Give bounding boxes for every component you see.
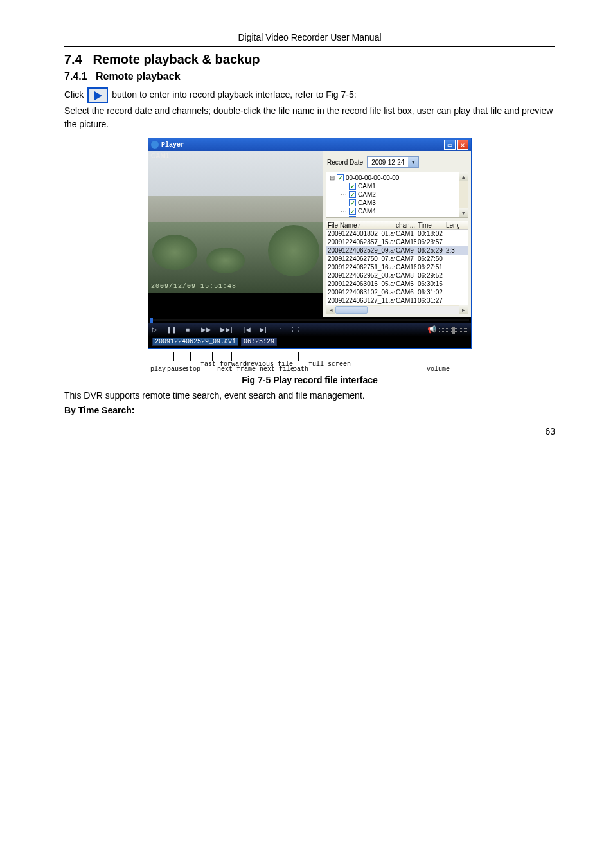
file-row[interactable]: 20091224062952_08.aviCAM806:29:52 bbox=[326, 271, 468, 280]
checkbox-icon[interactable]: ✓ bbox=[349, 191, 356, 198]
next-file-button[interactable]: ▶| bbox=[260, 326, 267, 333]
file-row[interactable]: 20091224062751_16.aviCAM1606:27:51 bbox=[326, 263, 468, 271]
fullscreen-button[interactable]: ⛶ bbox=[292, 326, 299, 333]
cell-filename: 20091224063102_06.avi bbox=[326, 289, 395, 296]
figure-caption: Fig 7-5 Play record file interface bbox=[64, 375, 555, 385]
header-rule bbox=[64, 46, 555, 47]
tree-scrollbar[interactable]: ▴ ▾ bbox=[459, 172, 468, 217]
checkbox-icon[interactable]: ✓ bbox=[349, 183, 356, 190]
scroll-thumb[interactable] bbox=[335, 306, 368, 314]
intro-prefix: Click bbox=[64, 89, 84, 100]
intro-suffix: button to enter into record playback int… bbox=[112, 89, 357, 100]
file-row[interactable]: 20091224062750_07.aviCAM706:27:50 bbox=[326, 255, 468, 263]
anno-pause: pause bbox=[167, 366, 186, 373]
channel-tree[interactable]: ⊟ ✓ 00-00-00-00-00-00 ⋯✓CAM1 ⋯✓CAM2 ⋯✓CA… bbox=[326, 172, 468, 218]
maximize-button[interactable]: ▭ bbox=[444, 140, 456, 150]
scroll-down-icon[interactable]: ▾ bbox=[459, 208, 468, 217]
anno-volume: volume bbox=[427, 366, 450, 373]
control-annotations: play pause stop fast forward next frame … bbox=[148, 352, 472, 374]
play-icon bbox=[94, 91, 102, 100]
tree-cam-label: CAM5 bbox=[358, 216, 376, 218]
section-number: 7.4 bbox=[64, 52, 82, 66]
col-time[interactable]: Time bbox=[416, 222, 445, 229]
cell-channel: CAM6 bbox=[395, 289, 416, 296]
fast-forward-button[interactable]: ▶▶ bbox=[201, 326, 211, 333]
status-file: 20091224062529_09.avi bbox=[152, 338, 238, 346]
cell-filename: 20091224062750_07.avi bbox=[326, 255, 395, 262]
tree-root[interactable]: ⊟ ✓ 00-00-00-00-00-00 bbox=[329, 174, 465, 182]
volume-slider[interactable] bbox=[439, 328, 467, 332]
checkbox-icon[interactable]: ✓ bbox=[349, 216, 356, 218]
tree-root-label: 00-00-00-00-00-00 bbox=[346, 174, 399, 181]
stop-button[interactable]: ■ bbox=[186, 326, 190, 333]
cell-time: 00:18:02 bbox=[416, 230, 445, 237]
cell-time: 06:25:29 bbox=[416, 247, 445, 254]
file-row[interactable]: 20091224001802_01.aviCAM100:18:02 bbox=[326, 230, 468, 238]
checkbox-icon[interactable]: ✓ bbox=[349, 208, 356, 215]
tree-item[interactable]: ⋯✓CAM4 bbox=[329, 207, 465, 215]
next-frame-button[interactable]: ▶▶| bbox=[220, 326, 233, 333]
camera-label: CAM1 bbox=[151, 152, 169, 159]
seek-thumb[interactable] bbox=[150, 318, 153, 323]
file-row[interactable]: 20091224062357_15.aviCAM1506:23:57 bbox=[326, 238, 468, 246]
anno-nextfile: next file bbox=[260, 366, 294, 373]
seek-bar[interactable] bbox=[150, 319, 469, 321]
tree-cam-label: CAM4 bbox=[358, 208, 376, 215]
after-para2: By Time Search: bbox=[64, 404, 555, 417]
tree-item[interactable]: ⋯✓CAM5 bbox=[329, 215, 465, 218]
scroll-up-icon[interactable]: ▴ bbox=[459, 172, 468, 181]
volume-icon[interactable]: 📢 bbox=[427, 325, 436, 334]
pause-button[interactable]: ❚❚ bbox=[166, 326, 177, 333]
tree-item[interactable]: ⋯✓CAM1 bbox=[329, 182, 465, 190]
record-date-value: 2009-12-24 bbox=[368, 159, 408, 166]
cell-filename: 20091224001802_01.avi bbox=[326, 230, 395, 237]
col-length[interactable]: Leng^ bbox=[445, 222, 459, 229]
player-window: Player ▭ ✕ CAM1 2009/12/09 15:51:48 Reco… bbox=[148, 138, 472, 349]
cell-filename: 20091224063127_11.avi bbox=[326, 297, 395, 304]
close-button[interactable]: ✕ bbox=[457, 140, 468, 150]
chevron-down-icon: ▾ bbox=[408, 157, 418, 167]
file-list[interactable]: File Name/ chan... Time Leng^ 2009122400… bbox=[326, 221, 468, 314]
file-row[interactable]: 20091224063127_11.aviCAM1106:31:27 bbox=[326, 296, 468, 305]
cell-filename: 20091224062751_16.avi bbox=[326, 264, 395, 271]
col-channel[interactable]: chan... bbox=[395, 222, 416, 229]
tree-item[interactable]: ⋯✓CAM3 bbox=[329, 199, 465, 207]
collapse-icon[interactable]: ⊟ bbox=[329, 174, 335, 181]
play-button[interactable]: ▷ bbox=[152, 326, 157, 333]
tree-cam-label: CAM3 bbox=[358, 199, 376, 206]
cell-time: 06:29:52 bbox=[416, 272, 445, 279]
cell-filename: 20091224062952_08.avi bbox=[326, 272, 395, 279]
tree-item[interactable]: ⋯✓CAM2 bbox=[329, 190, 465, 199]
status-bar: 20091224062529_09.avi 06:25:29 bbox=[148, 336, 471, 348]
file-list-header[interactable]: File Name/ chan... Time Leng^ bbox=[326, 221, 468, 230]
checkbox-icon[interactable]: ✓ bbox=[337, 174, 344, 181]
cell-channel: CAM1 bbox=[395, 230, 416, 237]
titlebar[interactable]: Player ▭ ✕ bbox=[148, 138, 471, 151]
file-row[interactable]: 20091224062529_09.aviCAM906:25:292:3 bbox=[326, 246, 468, 255]
anno-fullscreen: full screen bbox=[308, 361, 351, 368]
file-row[interactable]: 20091224063015_05.aviCAM506:30:15 bbox=[326, 280, 468, 288]
page-number: 63 bbox=[64, 426, 555, 437]
scroll-left-icon[interactable]: ◂ bbox=[326, 305, 335, 314]
play-icon-button[interactable] bbox=[87, 87, 108, 103]
col-filename[interactable]: File Name/ bbox=[326, 222, 395, 229]
previous-file-button[interactable]: |◀ bbox=[244, 326, 251, 333]
cell-time: 06:23:57 bbox=[416, 239, 445, 246]
app-icon bbox=[151, 141, 159, 149]
cell-time: 06:27:50 bbox=[416, 255, 445, 262]
cell-channel: CAM16 bbox=[395, 264, 416, 271]
scroll-right-icon[interactable]: ▸ bbox=[459, 305, 468, 314]
cell-channel: CAM5 bbox=[395, 280, 416, 287]
checkbox-icon[interactable]: ✓ bbox=[349, 199, 356, 206]
after-para1: This DVR supports remote time search, ev… bbox=[64, 389, 555, 402]
file-row[interactable]: 20091224063102_06.aviCAM606:31:02 bbox=[326, 288, 468, 296]
cell-channel: CAM8 bbox=[395, 272, 416, 279]
page-header: Digital Video Recorder User Manual bbox=[64, 32, 555, 42]
cell-channel: CAM7 bbox=[395, 255, 416, 262]
cell-channel: CAM9 bbox=[395, 247, 416, 254]
path-button[interactable]: ≐ bbox=[278, 326, 283, 333]
file-list-hscroll[interactable]: ◂ ▸ bbox=[326, 305, 468, 314]
window-title: Player bbox=[161, 141, 184, 149]
record-date-dropdown[interactable]: 2009-12-24 ▾ bbox=[367, 156, 419, 168]
cell-length: 2:3 bbox=[445, 247, 459, 254]
